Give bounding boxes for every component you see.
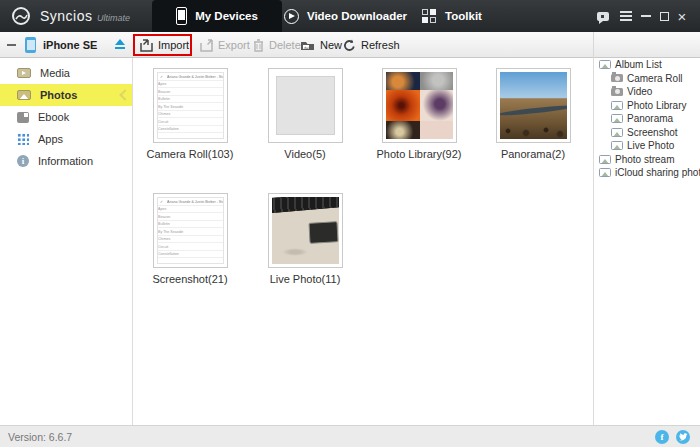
tree-photo-library[interactable]: Photo Library [594,99,700,113]
minimize-button[interactable] [637,0,655,32]
sidebar-item-label: Apps [38,133,63,145]
facebook-icon: f [661,432,664,442]
feedback-button[interactable] [594,0,612,32]
album-label[interactable]: Screenshot(21) [135,273,245,285]
album-icon [611,101,623,110]
tree-album-list[interactable]: Album List [594,58,700,72]
tab-my-devices[interactable]: My Devices [152,0,282,32]
maximize-button[interactable] [655,0,673,32]
collapse-icon[interactable] [7,44,16,46]
album-icon [611,141,623,150]
panorama-thumbnail [500,72,567,139]
device-selector[interactable]: iPhone SE [0,32,133,58]
maximize-icon [660,12,669,21]
tree-photo-stream[interactable]: Photo stream [594,153,700,167]
phone-icon [176,7,187,25]
apps-icon [17,133,29,145]
twitter-button[interactable] [676,430,690,444]
facebook-button[interactable]: f [655,430,669,444]
media-icon [17,68,31,78]
tab-label: Video Downloader [307,10,407,22]
album-video[interactable] [268,68,343,143]
title-bar: Syncios Ultimate My Devices Video Downlo… [0,0,700,32]
screenshot-thumbnail: ✓Ariana Grande & Justin Bieber - Stu... … [157,197,224,264]
tab-label: My Devices [195,10,258,22]
device-phone-icon [25,37,36,53]
delete-button[interactable]: Delete [253,32,301,58]
toolbar: iPhone SE Import Export Delete New Refre… [0,32,700,58]
left-sidebar: Media Photos Ebook Apps i Information [0,58,133,425]
ebook-icon [17,112,29,123]
album-live-photo[interactable] [268,193,343,268]
refresh-button[interactable]: Refresh [343,32,400,58]
sidebar-item-label: Ebook [38,111,69,123]
new-button[interactable]: New [300,32,342,58]
device-name: iPhone SE [43,39,97,51]
sidebar-item-photos[interactable]: Photos [0,84,132,106]
info-icon: i [17,155,29,167]
album-label[interactable]: Camera Roll(103) [135,148,245,160]
live-photo-thumbnail [272,197,339,264]
tab-label: Toolkit [445,10,482,22]
eject-icon[interactable] [115,39,125,45]
tree-screenshot[interactable]: Screenshot [594,126,700,140]
new-album-icon [300,39,315,51]
photos-icon [17,90,31,100]
sidebar-item-ebook[interactable]: Ebook [0,106,132,128]
sidebar-item-label: Photos [40,89,77,101]
refresh-icon [343,39,356,52]
new-label: New [320,39,342,51]
album-label[interactable]: Panorama(2) [478,148,588,160]
export-label: Export [218,39,250,51]
album-screenshot[interactable]: ✓Ariana Grande & Justin Bieber - Stu... … [153,193,228,268]
brand-name: Syncios [40,8,93,24]
album-camera-roll[interactable]: ✓Ariana Grande & Justin Bieber - Stu... … [153,68,228,143]
refresh-label: Refresh [361,39,400,51]
album-grid: ✓Ariana Grande & Justin Bieber - Stu... … [134,58,593,425]
album-icon [611,114,623,123]
toolkit-grid-icon [422,9,437,24]
album-photo-library[interactable] [382,68,457,143]
tree-camera-roll[interactable]: Camera Roll [594,72,700,86]
brand-edition: Ultimate [97,13,130,23]
version-label: Version: 6.6.7 [8,431,72,443]
tree-live-photo[interactable]: Live Photo [594,139,700,153]
album-icon [599,60,611,69]
delete-label: Delete [269,39,301,51]
album-label[interactable]: Video(5) [250,148,360,160]
sidebar-item-apps[interactable]: Apps [0,128,132,150]
video-thumbnail [272,72,339,139]
chat-bubble-icon [597,12,609,21]
album-icon [611,128,623,137]
tree-icloud-sharing[interactable]: iCloud sharing photo [594,166,700,180]
album-label[interactable]: Live Photo(11) [250,273,360,285]
tree-video[interactable]: Video [594,85,700,99]
export-button[interactable]: Export [200,32,250,58]
album-label[interactable]: Photo Library(92) [364,148,474,160]
hamburger-icon [620,9,632,23]
import-button[interactable]: Import [140,32,189,58]
album-tree-panel: Album List Camera Roll Video Photo Libra… [593,58,700,425]
sidebar-item-information[interactable]: i Information [0,150,132,172]
tab-video-downloader[interactable]: Video Downloader [283,0,408,32]
camera-roll-thumbnail: ✓Ariana Grande & Justin Bieber - Stu... … [157,72,224,139]
twitter-icon [679,433,688,441]
camera-icon [611,74,623,82]
app-window: Syncios Ultimate My Devices Video Downlo… [0,0,700,447]
menu-button[interactable] [617,0,635,32]
close-button[interactable]: × [673,0,691,32]
album-icon [599,168,611,177]
sidebar-item-media[interactable]: Media [0,62,132,84]
sidebar-item-label: Information [38,155,93,167]
album-panorama[interactable] [496,68,571,143]
import-label: Import [158,39,189,51]
status-bar: Version: 6.6.7 f [0,425,700,447]
minimize-icon [641,15,651,17]
photo-library-thumbnail [386,72,453,139]
export-icon [200,39,213,52]
play-icon [284,9,299,24]
sidebar-item-label: Media [40,67,70,79]
tab-toolkit[interactable]: Toolkit [406,0,498,32]
album-icon [599,155,611,164]
tree-panorama[interactable]: Panorama [594,112,700,126]
